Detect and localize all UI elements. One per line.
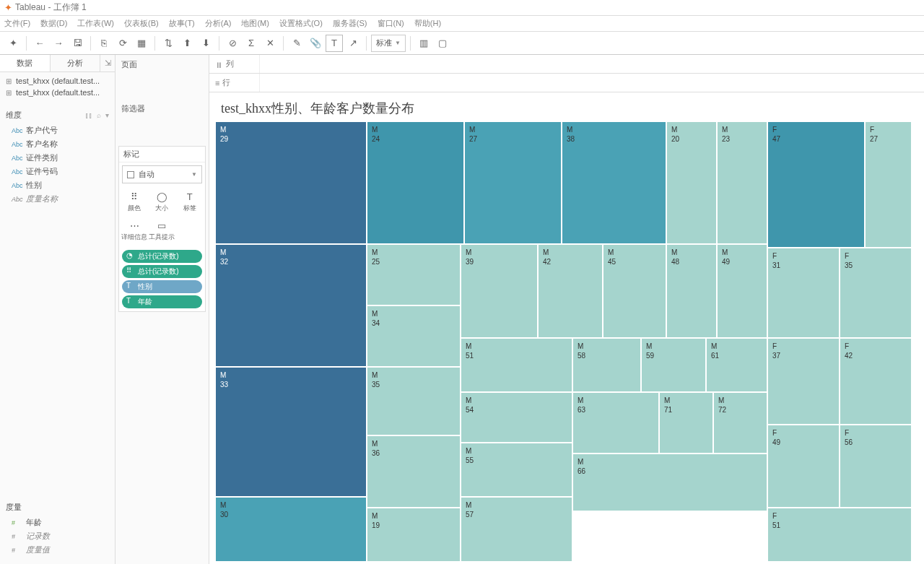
treemap-cell[interactable]: M38 bbox=[562, 121, 666, 244]
filter-icon[interactable]: ⫿⫿ bbox=[85, 111, 92, 119]
menu-item[interactable]: 帮助(H) bbox=[414, 18, 441, 29]
measure-field[interactable]: #年龄 bbox=[0, 516, 115, 529]
new-sheet-button[interactable]: ▦ bbox=[133, 35, 150, 52]
fit-dropdown[interactable]: 标准▼ bbox=[371, 35, 406, 52]
treemap-cell[interactable]: M71 bbox=[659, 392, 713, 454]
treemap-cell[interactable]: M48 bbox=[666, 244, 717, 338]
treemap-cell[interactable]: F35 bbox=[840, 248, 912, 338]
treemap-cell[interactable]: M23 bbox=[717, 121, 767, 244]
treemap-viz[interactable]: M29M32M33M30M24M27M38M20M23M25M34M35M36M… bbox=[215, 121, 918, 558]
sort-asc-button[interactable]: ⬆ bbox=[178, 35, 196, 52]
mark-pill[interactable]: T年龄 bbox=[122, 295, 202, 308]
treemap-cell[interactable]: M49 bbox=[717, 244, 767, 338]
tableau-icon[interactable]: ✦ bbox=[4, 35, 22, 52]
filters-shelf[interactable]: 筛选器 bbox=[118, 102, 206, 116]
treemap-cell[interactable]: M35 bbox=[367, 367, 461, 435]
menu-item[interactable]: 数据(D) bbox=[40, 18, 67, 29]
measure-field[interactable]: #记录数 bbox=[0, 529, 115, 543]
menu-item[interactable]: 工作表(W) bbox=[77, 18, 114, 29]
sort-desc-button[interactable]: ⬇ bbox=[197, 35, 214, 52]
mark-tooltip-button[interactable]: ▭工具提示 bbox=[148, 217, 175, 246]
treemap-cell[interactable]: M66 bbox=[572, 454, 767, 511]
dimension-field[interactable]: Abc证件类别 bbox=[0, 151, 115, 165]
treemap-cell[interactable]: F31 bbox=[767, 248, 840, 338]
measure-field[interactable]: #度量值 bbox=[0, 543, 115, 557]
menu-item[interactable]: 窗口(N) bbox=[378, 18, 404, 29]
pages-shelf[interactable]: 页面 bbox=[118, 58, 206, 71]
menu-item[interactable]: 仪表板(B) bbox=[124, 18, 159, 29]
dimension-field[interactable]: Abc度量名称 bbox=[0, 192, 115, 206]
treemap-cell[interactable]: M19 bbox=[367, 508, 461, 562]
mark-color-button[interactable]: ⠿颜色 bbox=[121, 188, 148, 217]
menu-item[interactable]: 设置格式(O) bbox=[279, 18, 323, 29]
totals-button[interactable]: Σ bbox=[243, 35, 260, 52]
treemap-cell[interactable]: M59 bbox=[641, 338, 706, 392]
menu-icon[interactable]: ▾ bbox=[105, 111, 109, 119]
treemap-cell[interactable]: M30 bbox=[215, 497, 367, 562]
refresh-button[interactable]: ⟳ bbox=[114, 35, 131, 52]
dimension-field[interactable]: Abc性别 bbox=[0, 178, 115, 192]
treemap-cell[interactable]: F37 bbox=[767, 338, 840, 425]
treemap-cell[interactable]: M36 bbox=[367, 435, 461, 508]
new-datasource-button[interactable]: ⎘ bbox=[95, 35, 113, 52]
menu-item[interactable]: 文件(F) bbox=[4, 18, 30, 29]
treemap-cell[interactable]: F42 bbox=[840, 338, 912, 425]
dimension-field[interactable]: Abc客户名称 bbox=[0, 137, 115, 151]
tab-data[interactable]: 数据 bbox=[0, 55, 51, 71]
treemap-cell[interactable]: M61 bbox=[706, 338, 767, 392]
treemap-cell[interactable]: F47 bbox=[767, 121, 865, 248]
treemap-cell[interactable]: M32 bbox=[215, 244, 367, 367]
treemap-cell[interactable]: M27 bbox=[464, 121, 562, 244]
treemap-cell[interactable]: M39 bbox=[461, 244, 538, 338]
treemap-cell[interactable]: M33 bbox=[215, 367, 367, 497]
dimension-field[interactable]: Abc客户代号 bbox=[0, 123, 115, 137]
treemap-cell[interactable]: M24 bbox=[367, 121, 464, 244]
treemap-cell[interactable]: M54 bbox=[461, 392, 572, 443]
clear-button[interactable]: ✕ bbox=[261, 35, 279, 52]
treemap-cell[interactable]: M55 bbox=[461, 443, 572, 497]
tab-analysis[interactable]: 分析 bbox=[51, 55, 101, 71]
treemap-cell[interactable]: M29 bbox=[215, 121, 367, 244]
treemap-cell[interactable]: M25 bbox=[367, 244, 461, 305]
treemap-cell[interactable]: F49 bbox=[767, 425, 840, 508]
treemap-cell[interactable]: M72 bbox=[713, 392, 767, 454]
treemap-cell[interactable]: F51 bbox=[767, 508, 912, 562]
dimension-field[interactable]: Abc证件号码 bbox=[0, 165, 115, 178]
menu-item[interactable]: 分析(A) bbox=[205, 18, 232, 29]
mark-pill[interactable]: ⠿总计(记录数) bbox=[122, 265, 202, 278]
columns-shelf[interactable]: ⫼列 bbox=[209, 55, 924, 74]
swap-button[interactable]: ⇅ bbox=[160, 35, 177, 52]
mark-label-button[interactable]: T标签 bbox=[176, 188, 204, 217]
showme-button[interactable]: ▥ bbox=[415, 35, 432, 52]
back-button[interactable]: ← bbox=[31, 35, 48, 52]
highlight-button[interactable]: ✎ bbox=[288, 35, 305, 52]
datasource-item[interactable]: ⊞test_khxx (default.test... bbox=[0, 87, 115, 98]
rows-shelf[interactable]: ≡行 bbox=[209, 74, 924, 92]
treemap-cell[interactable]: F56 bbox=[840, 425, 912, 508]
mark-pill[interactable]: ◔总计(记录数) bbox=[122, 250, 202, 263]
connect-icon[interactable]: ⇲ bbox=[100, 55, 115, 71]
forward-button[interactable]: → bbox=[50, 35, 67, 52]
treemap-cell[interactable]: M34 bbox=[367, 305, 461, 367]
mark-pill[interactable]: T性别 bbox=[122, 280, 202, 293]
presentation-button[interactable]: ▢ bbox=[434, 35, 451, 52]
pin-button[interactable]: 📎 bbox=[307, 35, 324, 52]
menu-item[interactable]: 服务器(S) bbox=[333, 18, 367, 29]
format-button[interactable]: ↗ bbox=[344, 35, 362, 52]
menu-item[interactable]: 故事(T) bbox=[169, 18, 195, 29]
treemap-cell[interactable]: M58 bbox=[572, 338, 641, 392]
treemap-cell[interactable]: M51 bbox=[461, 338, 572, 392]
search-icon[interactable]: ⌕ bbox=[97, 111, 101, 119]
mark-type-dropdown[interactable]: 自动▼ bbox=[122, 165, 202, 183]
text-button[interactable]: T bbox=[326, 35, 343, 52]
save-button[interactable]: 🖫 bbox=[69, 35, 86, 52]
viz-title[interactable]: test_khxx性别、年龄客户数量分布 bbox=[209, 92, 924, 121]
datasource-item[interactable]: ⊞test_khxx (default.test... bbox=[0, 75, 115, 87]
treemap-cell[interactable]: M45 bbox=[603, 244, 666, 338]
treemap-cell[interactable]: M42 bbox=[538, 244, 603, 338]
treemap-cell[interactable]: M57 bbox=[461, 497, 572, 562]
group-button[interactable]: ⊘ bbox=[224, 35, 241, 52]
mark-detail-button[interactable]: ⋯详细信息 bbox=[121, 217, 148, 246]
treemap-cell[interactable]: F27 bbox=[865, 121, 912, 248]
mark-size-button[interactable]: ◯大小 bbox=[148, 188, 175, 217]
